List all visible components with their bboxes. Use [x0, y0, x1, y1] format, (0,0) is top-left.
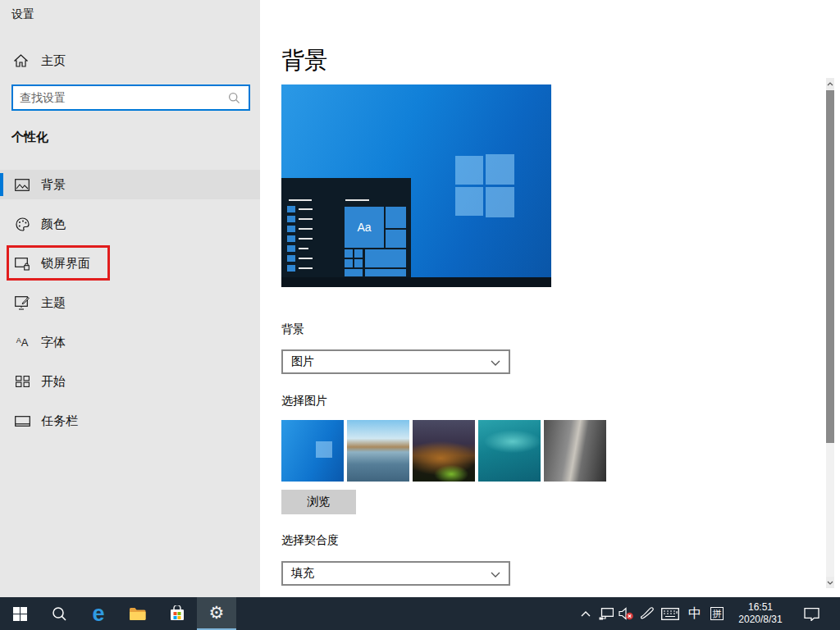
- tray-time: 16:51: [748, 601, 773, 614]
- sidebar-item-background[interactable]: 背景: [0, 170, 260, 199]
- fit-field-label: 选择契合度: [281, 533, 339, 548]
- sidebar-item-fonts[interactable]: AA 字体: [0, 327, 260, 357]
- sidebar: 设置 主页 个性化 背景 颜色: [0, 0, 260, 597]
- start-icon: [14, 376, 30, 387]
- theme-icon: [14, 296, 30, 310]
- taskbar-search-button[interactable]: [39, 597, 79, 630]
- sidebar-item-taskbar[interactable]: 任务栏: [0, 406, 260, 436]
- settings-app-button[interactable]: ⚙: [197, 597, 236, 630]
- sidebar-item-label: 任务栏: [41, 413, 78, 429]
- thumbnail-gray-cliff[interactable]: [544, 420, 606, 482]
- windows-logo-icon: [455, 154, 514, 217]
- clock[interactable]: 16:51 2020/8/31: [728, 597, 792, 630]
- browse-button[interactable]: 浏览: [281, 490, 356, 514]
- background-preview: Aa: [281, 84, 551, 287]
- background-type-value: 图片: [291, 354, 314, 369]
- app-title: 设置: [11, 7, 34, 22]
- sidebar-item-label: 锁屏界面: [41, 256, 90, 272]
- edge-browser-button[interactable]: e: [79, 597, 118, 630]
- file-explorer-button[interactable]: [118, 597, 158, 630]
- folder-icon: [129, 607, 147, 621]
- ime-language-indicator[interactable]: 中: [684, 597, 705, 630]
- windows-logo-icon: [316, 441, 332, 458]
- palette-icon: [14, 217, 30, 231]
- thumbnail-beach-rocks[interactable]: [347, 420, 409, 482]
- sidebar-item-label: 主页: [41, 53, 66, 69]
- pinyin-badge: 拼: [710, 607, 724, 620]
- network-status-button[interactable]: [596, 597, 616, 630]
- start-menu-preview: Aa: [281, 178, 411, 277]
- sidebar-item-label: 主题: [41, 295, 66, 311]
- ime-mode-indicator[interactable]: 拼: [707, 597, 727, 630]
- image-icon: [14, 179, 30, 191]
- fonts-icon: AA: [14, 336, 30, 349]
- show-hidden-icons-button[interactable]: [576, 597, 596, 630]
- vertical-scrollbar[interactable]: [826, 78, 834, 588]
- sidebar-item-label: 开始: [41, 374, 66, 390]
- volume-button[interactable]: [616, 597, 636, 630]
- thumbnail-night-sky-tent[interactable]: [413, 420, 475, 482]
- notification-icon: [804, 607, 819, 621]
- sidebar-item-start[interactable]: 开始: [0, 367, 260, 396]
- start-tile-aa: Aa: [345, 207, 384, 248]
- lock-screen-icon: [14, 257, 30, 271]
- taskbar-icon: [14, 416, 30, 427]
- thumbnail-windows-default[interactable]: [281, 420, 344, 482]
- search-icon: [52, 606, 66, 621]
- background-field-label: 背景: [281, 322, 304, 337]
- keyboard-icon: [661, 608, 679, 620]
- edge-icon: e: [92, 603, 104, 625]
- sidebar-item-label: 字体: [41, 335, 66, 350]
- scroll-up-icon[interactable]: [826, 78, 834, 89]
- microsoft-store-button[interactable]: [158, 597, 197, 630]
- action-center-button[interactable]: [797, 597, 825, 630]
- main-content: 背景 Aa: [260, 0, 840, 597]
- sidebar-item-themes[interactable]: 主题: [0, 288, 260, 317]
- scroll-down-icon[interactable]: [826, 577, 834, 588]
- fit-dropdown[interactable]: 填充: [281, 561, 510, 586]
- sidebar-item-colors[interactable]: 颜色: [0, 209, 260, 239]
- store-icon: [169, 605, 185, 622]
- settings-window: 设置 主页 个性化 背景 颜色: [0, 0, 840, 597]
- chevron-up-icon: [581, 610, 591, 617]
- sidebar-item-label: 背景: [41, 177, 66, 193]
- ethernet-icon: [599, 608, 614, 620]
- tray-date: 2020/8/31: [738, 614, 782, 626]
- speaker-muted-icon: [619, 607, 634, 620]
- thumbnail-underwater-swimmer[interactable]: [478, 420, 541, 482]
- page-title: 背景: [281, 45, 327, 76]
- choose-picture-label: 选择图片: [281, 394, 327, 409]
- start-button[interactable]: [0, 597, 39, 630]
- section-header-personalization: 个性化: [11, 130, 48, 145]
- chevron-down-icon: [491, 572, 500, 578]
- search-icon[interactable]: [228, 92, 240, 104]
- search-input[interactable]: [13, 91, 228, 104]
- windows-start-icon: [13, 607, 27, 621]
- chevron-down-icon: [491, 360, 500, 366]
- sidebar-item-home[interactable]: 主页: [0, 48, 260, 74]
- gear-icon: ⚙: [209, 605, 225, 622]
- pen-settings-button[interactable]: [638, 597, 656, 630]
- sidebar-item-lock-screen[interactable]: 锁屏界面: [0, 249, 260, 278]
- taskbar-preview: [281, 277, 551, 287]
- background-type-dropdown[interactable]: 图片: [281, 349, 510, 374]
- touch-keyboard-button[interactable]: [658, 597, 682, 630]
- search-box: [11, 84, 250, 111]
- home-icon: [14, 54, 28, 67]
- taskbar: e ⚙ 中 拼 16:51 2020/8/31: [0, 597, 840, 630]
- sidebar-item-label: 颜色: [41, 217, 66, 232]
- fit-value: 填充: [291, 566, 314, 581]
- scrollbar-thumb[interactable]: [826, 90, 834, 443]
- pen-icon: [641, 607, 654, 620]
